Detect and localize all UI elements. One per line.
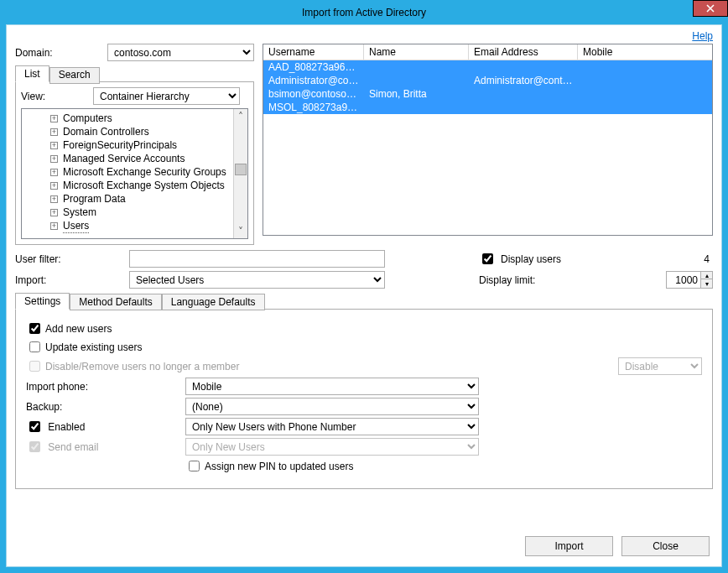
- tree-item: +Managed Service Accounts: [22, 152, 233, 165]
- scroll-track[interactable]: [234, 123, 247, 224]
- disable-remove-label: Disable/Remove users no longer a member: [45, 361, 239, 372]
- spinner-up-icon[interactable]: ▴: [700, 272, 712, 279]
- list-search-tabs: List Search: [15, 65, 254, 82]
- col-name[interactable]: Name: [364, 44, 469, 60]
- backup-label: Backup:: [26, 401, 185, 413]
- window-title: Import from Active Directory: [302, 7, 426, 18]
- tree-container: +Computers +Domain Controllers +ForeignS…: [21, 108, 248, 239]
- window-body: Help Domain: contoso.com List Search Vie…: [6, 24, 722, 567]
- tab-list[interactable]: List: [15, 65, 49, 82]
- enabled-checkbox[interactable]: [29, 421, 40, 432]
- tab-language-defaults[interactable]: Language Defaults: [162, 294, 265, 310]
- grid-row[interactable]: bsimon@contoso.com Simon, Britta: [263, 87, 712, 101]
- result-count: 4: [704, 253, 710, 265]
- display-limit-input[interactable]: [667, 272, 700, 288]
- list-panel: View: Container Hierarchy +Computers +Do…: [15, 81, 254, 245]
- scroll-thumb[interactable]: [235, 164, 247, 175]
- scroll-up-icon[interactable]: ˄: [234, 109, 247, 123]
- display-users-label: Display users: [501, 253, 561, 265]
- grid-row[interactable]: AAD_808273a96d74: [263, 60, 712, 74]
- scroll-down-icon[interactable]: ˅: [234, 224, 247, 238]
- import-button[interactable]: Import: [525, 536, 613, 556]
- tab-settings[interactable]: Settings: [15, 293, 70, 310]
- backup-select[interactable]: (None): [185, 398, 479, 415]
- user-filter-label: User filter:: [15, 253, 124, 265]
- titlebar: Import from Active Directory: [0, 0, 728, 24]
- add-new-users-label: Add new users: [45, 323, 112, 335]
- add-new-users-checkbox[interactable]: [29, 323, 40, 334]
- expander-icon[interactable]: +: [50, 128, 58, 136]
- update-existing-label: Update existing users: [45, 341, 142, 353]
- tree-item: +Computers: [22, 112, 233, 125]
- enabled-select[interactable]: Only New Users with Phone Number: [185, 418, 479, 435]
- expander-icon[interactable]: +: [50, 222, 58, 230]
- domain-select[interactable]: contoso.com: [107, 44, 254, 61]
- tree-item: +System: [22, 206, 233, 219]
- send-email-checkbox: [29, 441, 40, 452]
- import-label: Import:: [15, 274, 124, 286]
- display-limit-stepper[interactable]: ▴ ▾: [666, 271, 713, 289]
- update-existing-checkbox[interactable]: [29, 341, 40, 352]
- tree-scrollbar[interactable]: ˄ ˅: [233, 109, 247, 238]
- send-email-label: Send email: [48, 441, 98, 453]
- enabled-label: Enabled: [48, 421, 85, 433]
- user-filter-input[interactable]: [129, 250, 385, 268]
- grid-header-row: Username Name Email Address Mobile: [263, 44, 712, 60]
- expander-icon[interactable]: +: [50, 142, 58, 149]
- display-users-checkbox[interactable]: [482, 253, 493, 264]
- expander-icon[interactable]: +: [50, 169, 58, 176]
- assign-pin-checkbox[interactable]: [189, 461, 200, 471]
- col-email[interactable]: Email Address: [469, 44, 578, 60]
- expander-icon[interactable]: +: [50, 195, 58, 203]
- display-limit-label: Display limit:: [479, 274, 554, 286]
- col-mobile[interactable]: Mobile: [578, 44, 712, 60]
- expander-icon[interactable]: +: [50, 209, 58, 216]
- tree-item: +Program Data: [22, 192, 233, 206]
- disable-remove-checkbox: [29, 361, 40, 372]
- import-phone-label: Import phone:: [26, 381, 185, 393]
- grid-row[interactable]: Administrator@contos... Administrator@co…: [263, 74, 712, 87]
- col-username[interactable]: Username: [263, 44, 364, 60]
- tree-item: +Microsoft Exchange Security Groups: [22, 165, 233, 179]
- users-grid[interactable]: Username Name Email Address Mobile AAD_8…: [263, 44, 713, 236]
- help-link-row: Help: [15, 30, 713, 42]
- help-link[interactable]: Help: [692, 30, 713, 42]
- expander-icon[interactable]: +: [50, 155, 58, 163]
- tab-method-defaults[interactable]: Method Defaults: [70, 294, 161, 310]
- import-select[interactable]: Selected Users: [129, 271, 385, 289]
- spinner-down-icon[interactable]: ▾: [700, 279, 712, 288]
- view-select[interactable]: Container Hierarchy: [93, 87, 240, 105]
- container-tree[interactable]: +Computers +Domain Controllers +ForeignS…: [22, 109, 233, 238]
- tree-item: +Domain Controllers: [22, 125, 233, 138]
- close-icon[interactable]: [693, 0, 728, 17]
- assign-pin-label: Assign new PIN to updated users: [205, 461, 353, 472]
- settings-panel: Add new users Update existing users Disa…: [15, 309, 713, 489]
- expander-icon[interactable]: +: [50, 182, 58, 190]
- grid-row[interactable]: MSOL_808273a96d74: [263, 101, 712, 114]
- send-email-select: Only New Users: [185, 438, 479, 456]
- domain-label: Domain:: [15, 47, 107, 59]
- tree-item: +Users: [22, 219, 233, 233]
- close-button[interactable]: Close: [621, 536, 710, 556]
- disable-remove-select: Disable: [618, 357, 702, 375]
- expander-icon[interactable]: +: [50, 115, 58, 122]
- import-phone-select[interactable]: Mobile: [185, 378, 479, 395]
- tree-item: +Microsoft Exchange System Objects: [22, 179, 233, 192]
- tab-search[interactable]: Search: [49, 67, 100, 84]
- view-label: View:: [21, 91, 93, 102]
- tree-item: +ForeignSecurityPrincipals: [22, 138, 233, 152]
